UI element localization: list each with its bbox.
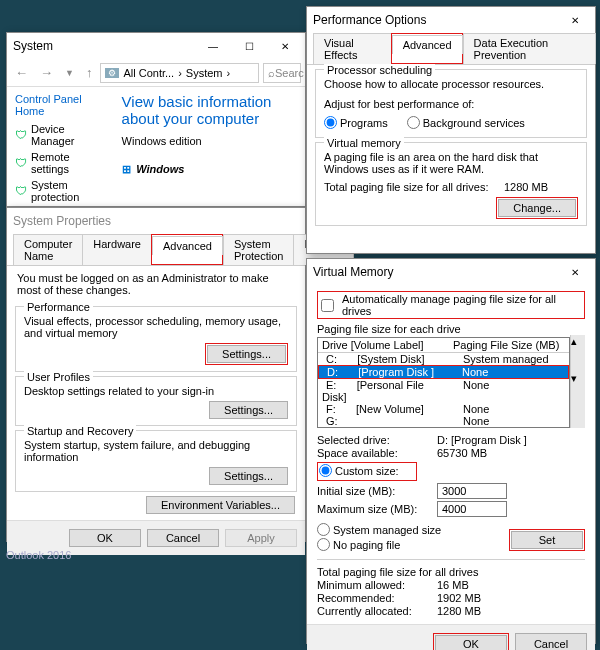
tab-advanced-highlight: Advanced	[151, 234, 223, 265]
tab-system-protection[interactable]: System Protection	[223, 234, 295, 265]
performance-options-window: Performance Options ✕ Visual Effects Adv…	[306, 6, 596, 254]
background-radio[interactable]: Background services	[407, 116, 525, 129]
minimize-icon[interactable]: —	[199, 37, 227, 55]
performance-group: Performance Visual effects, processor sc…	[15, 306, 297, 372]
scheduling-group: Processor scheduling Choose how to alloc…	[315, 69, 587, 138]
close-icon[interactable]: ✕	[561, 263, 589, 281]
titlebar: Virtual Memory ✕	[307, 259, 595, 285]
list-item: F: [New Volume]None	[318, 403, 569, 415]
startup-group: Startup and Recovery System startup, sys…	[15, 430, 297, 492]
vm-body: Automatically manage paging file size fo…	[307, 285, 595, 624]
vm-group: Virtual memory A paging file is an area …	[315, 142, 587, 226]
virtual-memory-window: Virtual Memory ✕ Automatically manage pa…	[306, 258, 596, 644]
set-button[interactable]: Set	[511, 531, 583, 549]
window-title: System	[13, 39, 53, 53]
device-manager-link[interactable]: 🛡Device Manager	[15, 123, 104, 147]
control-panel-home-link[interactable]: Control Panel Home	[15, 93, 104, 117]
shield-icon: 🛡	[15, 128, 27, 142]
window-title: Virtual Memory	[313, 265, 393, 279]
titlebar: Performance Options ✕	[307, 7, 595, 33]
shield-icon: 🛡	[15, 156, 27, 170]
cancel-button[interactable]: Cancel	[147, 529, 219, 547]
tab-advanced[interactable]: Advanced	[392, 35, 463, 54]
tab-dep[interactable]: Data Execution Prevention	[463, 33, 596, 64]
custom-size-radio[interactable]: Custom size:	[319, 464, 399, 477]
programs-radio[interactable]: Programs	[324, 116, 388, 129]
max-size-input[interactable]	[437, 501, 507, 517]
back-icon[interactable]: ←	[11, 65, 32, 80]
view-heading: View basic information about your comput…	[122, 93, 295, 127]
startup-text: System startup, system failure, and debu…	[24, 439, 288, 463]
search-icon: ⌕	[268, 67, 275, 79]
ok-button[interactable]: OK	[435, 635, 507, 650]
drive-list-wrap: Drive [Volume Label]Paging File Size (MB…	[317, 335, 585, 428]
window-title: System Properties	[13, 214, 111, 228]
crumb-system[interactable]: System	[186, 67, 223, 79]
tab-row: Computer Name Hardware Advanced System P…	[7, 234, 305, 266]
windows-logo: ⊞ Windows	[122, 155, 295, 178]
list-item: E: [Personal File Disk]None	[318, 379, 569, 403]
history-chevron-icon[interactable]: ▼	[61, 68, 78, 78]
apply-button[interactable]: Apply	[225, 529, 297, 547]
window-controls: — ☐ ✕	[199, 37, 299, 55]
ok-button[interactable]: OK	[69, 529, 141, 547]
chevron-right-icon: ›	[227, 67, 231, 79]
close-icon[interactable]: ✕	[561, 11, 589, 29]
tab-row: Visual Effects Advanced Data Execution P…	[307, 33, 595, 65]
crumb-all[interactable]: All Contr...	[123, 67, 174, 79]
auto-manage-checkbox[interactable]: Automatically manage paging file size fo…	[319, 293, 583, 317]
startup-settings-button[interactable]: Settings...	[209, 467, 288, 485]
shield-icon: 🛡	[15, 184, 27, 198]
tab-computer-name[interactable]: Computer Name	[13, 234, 83, 265]
perf-text: Visual effects, processor scheduling, me…	[24, 315, 288, 339]
list-item: G: None	[318, 415, 569, 427]
tab-visual-effects[interactable]: Visual Effects	[313, 33, 392, 64]
list-item: C: [System Disk]System managed	[318, 353, 569, 365]
close-icon[interactable]: ✕	[271, 37, 299, 55]
windows-edition-label: Windows edition	[122, 135, 295, 147]
tab-hardware[interactable]: Hardware	[82, 234, 152, 265]
totals-group: Total paging file size for all drives Mi…	[317, 559, 585, 617]
maximize-icon[interactable]: ☐	[235, 37, 263, 55]
perf-settings-button[interactable]: Settings...	[207, 345, 286, 363]
drive-listbox[interactable]: Drive [Volume Label]Paging File Size (MB…	[317, 337, 570, 428]
remote-settings-link[interactable]: 🛡Remote settings	[15, 151, 104, 175]
forward-icon[interactable]: →	[36, 65, 57, 80]
system-window: System — ☐ ✕ ← → ▼ ↑ ⚙ All Contr... › Sy…	[6, 32, 306, 207]
system-managed-radio[interactable]: System managed size	[317, 523, 493, 536]
outlook-label: Outlook 2016	[6, 549, 71, 561]
scrollbar[interactable]: ▴▾	[570, 335, 585, 428]
env-vars-button[interactable]: Environment Variables...	[146, 496, 295, 514]
breadcrumb[interactable]: ⚙ All Contr... › System ›	[100, 63, 259, 83]
radio-row: Programs Background services	[324, 116, 578, 131]
tab-advanced[interactable]: Advanced	[152, 236, 223, 255]
list-item-selected: D: [Program Disk ]None	[319, 366, 568, 378]
titlebar: System — ☐ ✕	[7, 33, 305, 59]
profiles-text: Desktop settings related to your sign-in	[24, 385, 288, 397]
search-input[interactable]: ⌕ Searc	[263, 63, 301, 83]
dialog-buttons: OK Cancel	[307, 624, 595, 650]
admin-note: You must be logged on as an Administrato…	[7, 266, 305, 302]
system-properties-window: System Properties Computer Name Hardware…	[6, 207, 306, 542]
chevron-right-icon: ›	[178, 67, 182, 79]
titlebar: System Properties	[7, 208, 305, 234]
up-icon[interactable]: ↑	[82, 65, 97, 80]
window-title: Performance Options	[313, 13, 426, 27]
nav-bar: ← → ▼ ↑ ⚙ All Contr... › System › ⌕ Sear…	[7, 59, 305, 87]
change-button[interactable]: Change...	[498, 199, 576, 217]
no-paging-radio[interactable]: No paging file	[317, 538, 493, 551]
user-profiles-group: User Profiles Desktop settings related t…	[15, 376, 297, 426]
initial-size-input[interactable]	[437, 483, 507, 499]
profiles-settings-button[interactable]: Settings...	[209, 401, 288, 419]
cancel-button[interactable]: Cancel	[515, 633, 587, 650]
system-protection-link[interactable]: 🛡System protection	[15, 179, 104, 203]
control-panel-icon: ⚙	[105, 68, 119, 78]
